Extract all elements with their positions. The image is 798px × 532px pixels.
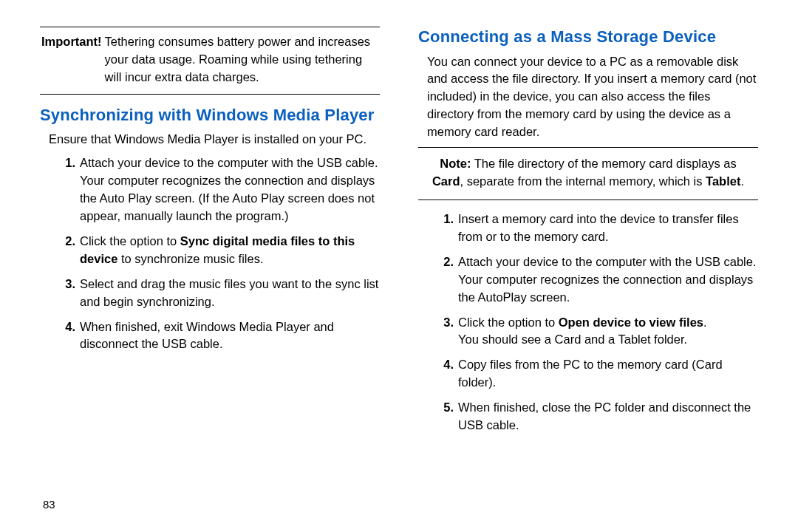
mass-storage-intro: You can connect your device to a PC as a… <box>427 53 758 142</box>
list-item: When finished, exit Windows Media Player… <box>64 318 380 354</box>
step-text-bold: Open device to view files <box>559 316 703 329</box>
right-column: Connecting as a Mass Storage Device You … <box>418 27 758 517</box>
note-post: . <box>740 174 744 188</box>
important-text: Tethering consumes battery power and inc… <box>105 33 380 86</box>
mass-storage-steps: Insert a memory card into the device to … <box>442 211 758 434</box>
list-item: Click the option to Open device to view … <box>442 314 758 349</box>
note-label: Note: <box>440 157 471 170</box>
note-mid: , separate from the internal memory, whi… <box>460 174 706 188</box>
list-item: Copy files from the PC to the memory car… <box>442 356 758 392</box>
list-item: When finished, close the PC folder and d… <box>442 399 758 434</box>
step-text-pre: Click the option to <box>80 234 180 248</box>
step-text: Attach your device to the computer with … <box>80 156 378 222</box>
step-text: Copy files from the PC to the memory car… <box>458 358 723 389</box>
important-label: Important! <box>40 33 105 51</box>
left-column: Important! Tethering consumes battery po… <box>40 27 380 517</box>
step-text: When finished, exit Windows Media Player… <box>80 320 334 351</box>
step-text: When finished, close the PC folder and d… <box>458 400 751 432</box>
sync-steps: Attach your device to the computer with … <box>64 154 380 353</box>
step-text: Select and drag the music files you want… <box>80 277 378 308</box>
step-text-pre: Click the option to <box>458 316 559 329</box>
note-bold-1: Card <box>432 174 460 188</box>
note-callout: Note: The file directory of the memory c… <box>418 147 758 200</box>
sync-intro: Ensure that Windows Media Player is inst… <box>49 131 380 149</box>
note-bold-2: Tablet <box>706 174 740 188</box>
section-heading-mass-storage: Connecting as a Mass Storage Device <box>418 27 758 47</box>
list-item: Select and drag the music files you want… <box>64 276 380 311</box>
list-item: Attach your device to the computer with … <box>64 154 380 225</box>
step-text-line2: You should see a Card and a Tablet folde… <box>458 331 758 349</box>
step-text-post: . <box>703 316 707 329</box>
step-text: Insert a memory card into the device to … <box>458 212 739 243</box>
list-item: Attach your device to the computer with … <box>442 253 758 307</box>
page-container: Important! Tethering consumes battery po… <box>40 27 758 517</box>
list-item: Click the option to Sync digital media f… <box>64 233 380 268</box>
list-item: Insert a memory card into the device to … <box>442 211 758 246</box>
important-callout: Important! Tethering consumes battery po… <box>40 27 380 95</box>
section-heading-sync: Synchronizing with Windows Media Player <box>40 105 380 126</box>
note-pre: The file directory of the memory card di… <box>474 157 737 170</box>
step-text-post: to synchronize music files. <box>117 252 263 265</box>
page-number: 83 <box>43 497 55 513</box>
step-text: Attach your device to the computer with … <box>458 255 757 304</box>
